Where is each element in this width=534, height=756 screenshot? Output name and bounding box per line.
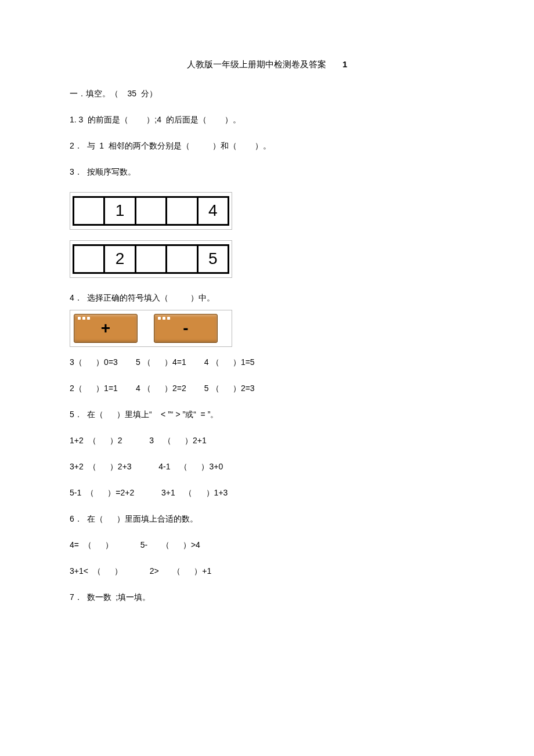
q5-row-3: 5-1 （ ）=2+2 3+1 （ ）1+3 <box>70 487 464 499</box>
sequence-box-2: 2 5 <box>70 240 232 278</box>
q6-row-1: 4= （ ） 5- （ ）>4 <box>70 539 464 551</box>
question-4: 4． 选择正确的符号填入（ ）中。 <box>70 292 464 304</box>
minus-symbol: - <box>183 316 188 341</box>
seq-cell <box>135 197 166 225</box>
seq-cell <box>74 245 104 273</box>
minus-card: - <box>154 314 218 343</box>
q6-row-2: 3+1< （ ） 2> （ ）+1 <box>70 565 464 577</box>
table-row: 1 4 <box>74 197 229 225</box>
q4-row-1: 3（ ）0=3 5 （ ）4=1 4 （ ）1=5 <box>70 356 464 368</box>
card-dots-icon <box>158 317 170 320</box>
q5-row-2: 3+2 （ ）2+3 4-1 （ ）3+0 <box>70 461 464 473</box>
title-text: 人教版一年级上册期中检测卷及答案 <box>187 59 326 69</box>
seq-cell <box>135 245 166 273</box>
sequence-table-1: 1 4 <box>73 196 229 226</box>
seq-cell <box>167 245 197 273</box>
seq-cell <box>74 197 104 225</box>
plus-card: + <box>74 314 138 343</box>
seq-cell: 5 <box>197 245 228 273</box>
seq-cell: 1 <box>104 197 135 225</box>
page-title: 人教版一年级上册期中检测卷及答案 1 <box>70 58 464 71</box>
seq-cell: 4 <box>197 197 228 225</box>
plus-symbol: + <box>101 316 110 341</box>
question-5: 5． 在（ ）里填上“ < ”“ > ”或“ = ”。 <box>70 408 464 421</box>
sequence-table-2: 2 5 <box>73 244 229 274</box>
q5-row-1: 1+2 （ ）2 3 （ ）2+1 <box>70 435 464 447</box>
title-number: 1 <box>342 59 347 69</box>
card-dots-icon <box>78 317 90 320</box>
section-1-header: 一．填空。（ 35 分） <box>70 88 464 100</box>
sequence-box-1: 1 4 <box>70 192 232 230</box>
seq-cell <box>167 197 197 225</box>
seq-cell: 2 <box>104 245 135 273</box>
question-1: 1. 3 的前面是（ ）;4 的后面是（ ）。 <box>70 114 464 126</box>
question-2: 2． 与 1 相邻的两个数分别是（ ）和（ ）。 <box>70 140 464 152</box>
q4-row-2: 2（ ）1=1 4 （ ）2=2 5 （ ）2=3 <box>70 382 464 395</box>
table-row: 2 5 <box>74 245 229 273</box>
operator-cards: + - <box>70 310 232 347</box>
question-3: 3． 按顺序写数。 <box>70 166 464 178</box>
question-6: 6． 在（ ）里面填上合适的数。 <box>70 513 464 525</box>
question-7: 7． 数一数 ;填一填。 <box>70 591 464 603</box>
